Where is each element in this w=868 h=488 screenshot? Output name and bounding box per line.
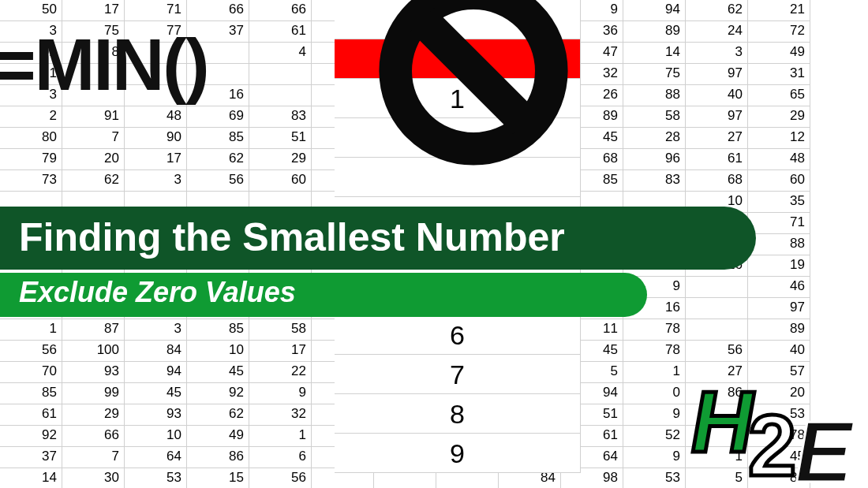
big-cell[interactable]: [335, 158, 580, 197]
cell[interactable]: 32: [249, 404, 312, 426]
cell[interactable]: 61: [0, 404, 62, 426]
cell[interactable]: 96: [623, 149, 686, 170]
cell[interactable]: 69: [187, 106, 249, 128]
cell[interactable]: [187, 64, 249, 85]
cell[interactable]: 17: [62, 0, 125, 21]
cell[interactable]: [125, 64, 187, 85]
cell[interactable]: 66: [62, 426, 125, 447]
cell[interactable]: 48: [125, 106, 187, 128]
cell[interactable]: 58: [249, 319, 312, 341]
big-cell[interactable]: 7: [335, 355, 580, 394]
cell[interactable]: 100: [62, 341, 125, 362]
cell[interactable]: 29: [748, 106, 810, 128]
big-cell[interactable]: [335, 0, 580, 39]
cell[interactable]: 21: [748, 0, 810, 21]
cell[interactable]: [125, 43, 187, 64]
big-cell[interactable]: [335, 118, 580, 158]
cell[interactable]: [686, 298, 748, 319]
cell[interactable]: 17: [249, 341, 312, 362]
cell[interactable]: 53: [623, 468, 686, 488]
cell[interactable]: 9: [623, 447, 686, 468]
cell[interactable]: 56: [686, 341, 748, 362]
cell[interactable]: 75: [62, 21, 125, 43]
cell[interactable]: 6: [249, 447, 312, 468]
cell[interactable]: 92: [187, 383, 249, 404]
cell[interactable]: 77: [125, 21, 187, 43]
cell[interactable]: 60: [249, 170, 312, 192]
cell[interactable]: 89: [623, 21, 686, 43]
cell[interactable]: 84: [125, 341, 187, 362]
cell[interactable]: 45: [748, 447, 810, 468]
big-cell[interactable]: 1: [335, 79, 580, 118]
cell[interactable]: 73: [0, 170, 62, 192]
cell[interactable]: 66: [249, 0, 312, 21]
cell[interactable]: 88: [748, 234, 810, 255]
cell[interactable]: 37: [187, 21, 249, 43]
cell[interactable]: [249, 64, 312, 85]
cell[interactable]: 61: [686, 149, 748, 170]
cell[interactable]: 20: [748, 383, 810, 404]
cell[interactable]: [62, 64, 125, 85]
cell[interactable]: 83: [623, 170, 686, 192]
big-cell[interactable]: 6: [335, 315, 580, 355]
cell[interactable]: 50: [0, 0, 62, 21]
cell[interactable]: 97: [686, 106, 748, 128]
cell[interactable]: 2: [0, 106, 62, 128]
cell[interactable]: 48: [748, 149, 810, 170]
cell[interactable]: 28: [623, 128, 686, 149]
big-cell[interactable]: 8: [335, 394, 580, 434]
cell[interactable]: 12: [748, 128, 810, 149]
cell[interactable]: 85: [187, 128, 249, 149]
cell[interactable]: 79: [0, 149, 62, 170]
cell[interactable]: 94: [125, 362, 187, 383]
cell[interactable]: 31: [748, 64, 810, 85]
big-cell[interactable]: 9: [335, 434, 580, 473]
cell[interactable]: 56: [249, 468, 312, 488]
cell[interactable]: 62: [686, 0, 748, 21]
cell[interactable]: 85: [0, 383, 62, 404]
cell[interactable]: 49: [187, 426, 249, 447]
cell[interactable]: [686, 319, 748, 341]
cell[interactable]: 3: [125, 319, 187, 341]
cell[interactable]: 56: [187, 170, 249, 192]
cell[interactable]: 46: [748, 277, 810, 298]
cell[interactable]: 91: [62, 106, 125, 128]
cell[interactable]: 88: [623, 85, 686, 106]
cell[interactable]: 78: [623, 319, 686, 341]
cell[interactable]: 3: [125, 170, 187, 192]
cell[interactable]: 78: [623, 341, 686, 362]
cell[interactable]: 62: [187, 149, 249, 170]
cell[interactable]: 17: [125, 149, 187, 170]
cell[interactable]: 3: [686, 43, 748, 64]
cell[interactable]: 3: [0, 21, 62, 43]
cell[interactable]: 1: [0, 319, 62, 341]
cell[interactable]: 78: [748, 426, 810, 447]
cell[interactable]: 27: [686, 128, 748, 149]
cell[interactable]: 82: [748, 468, 810, 488]
cell[interactable]: 29: [249, 149, 312, 170]
cell[interactable]: 62: [187, 404, 249, 426]
cell[interactable]: 10: [187, 341, 249, 362]
cell[interactable]: 64: [125, 447, 187, 468]
cell[interactable]: 35: [748, 192, 810, 213]
cell[interactable]: 93: [125, 404, 187, 426]
cell[interactable]: 87: [62, 319, 125, 341]
cell[interactable]: 1: [623, 362, 686, 383]
cell[interactable]: 66: [187, 0, 249, 21]
cell[interactable]: [686, 404, 748, 426]
cell[interactable]: 24: [686, 21, 748, 43]
cell[interactable]: [125, 85, 187, 106]
cell[interactable]: 14: [623, 43, 686, 64]
cell[interactable]: 15: [187, 468, 249, 488]
cell[interactable]: 94: [623, 0, 686, 21]
cell[interactable]: 53: [748, 404, 810, 426]
cell[interactable]: 52: [623, 426, 686, 447]
cell[interactable]: 19: [748, 255, 810, 277]
cell[interactable]: 75: [623, 64, 686, 85]
cell[interactable]: [187, 43, 249, 64]
cell[interactable]: 45: [187, 362, 249, 383]
cell[interactable]: 83: [249, 106, 312, 128]
cell[interactable]: 9: [249, 383, 312, 404]
cell[interactable]: 22: [249, 362, 312, 383]
cell[interactable]: 92: [0, 426, 62, 447]
